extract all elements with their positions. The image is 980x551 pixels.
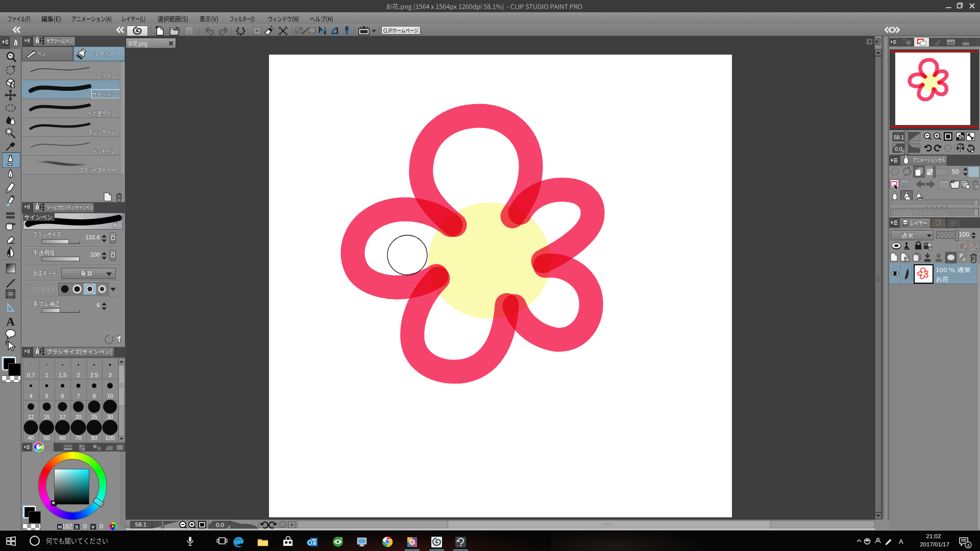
svg-text:4: 4 <box>29 393 32 399</box>
svg-text:80: 80 <box>91 435 97 441</box>
svg-text:30: 30 <box>107 414 113 420</box>
svg-text:7: 7 <box>77 393 80 399</box>
svg-text:60: 60 <box>59 435 65 441</box>
svg-text:17: 17 <box>59 414 65 420</box>
svg-text:50: 50 <box>952 168 959 176</box>
svg-text:70: 70 <box>75 435 81 441</box>
svg-text:4: 4 <box>967 543 969 548</box>
svg-text:2.5: 2.5 <box>90 372 98 378</box>
svg-text:20: 20 <box>75 414 81 420</box>
svg-text:8: 8 <box>92 393 95 399</box>
svg-text:1.5: 1.5 <box>59 372 66 378</box>
svg-text:1: 1 <box>45 372 48 378</box>
svg-text:3: 3 <box>108 372 111 378</box>
svg-text:58.1: 58.1 <box>894 134 904 140</box>
svg-text:100: 100 <box>105 435 114 441</box>
svg-text:2: 2 <box>77 372 80 378</box>
svg-text:0.7: 0.7 <box>27 372 35 378</box>
svg-text:40: 40 <box>28 435 34 441</box>
svg-text:6: 6 <box>61 393 64 399</box>
svg-text:50: 50 <box>43 435 50 441</box>
svg-text:12: 12 <box>28 414 34 420</box>
svg-text:0.0: 0.0 <box>216 522 224 528</box>
svg-text:25: 25 <box>91 414 97 420</box>
svg-text:A: A <box>899 538 903 545</box>
svg-text:A: A <box>6 315 15 327</box>
svg-text:10: 10 <box>107 393 113 399</box>
svg-text:15: 15 <box>43 414 50 420</box>
svg-text:5: 5 <box>45 393 48 399</box>
svg-text:0.0: 0.0 <box>895 146 902 152</box>
